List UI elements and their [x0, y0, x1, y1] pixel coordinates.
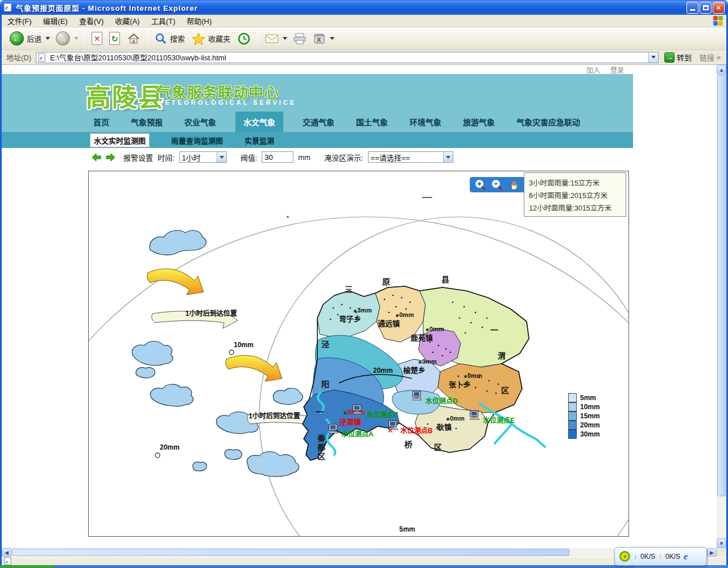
zoom-in-icon[interactable]: [475, 179, 486, 191]
download-speed: 0K/S: [640, 553, 655, 561]
threshold-input[interactable]: [262, 151, 293, 163]
page-ie-icon: e: [38, 53, 47, 62]
flood-demo-label: 淹没区演示:: [324, 152, 363, 163]
antivirus-360-icon[interactable]: +: [619, 551, 630, 562]
district-label-gengzhen: 耿镇: [437, 421, 452, 432]
next-arrow-button[interactable]: [106, 153, 115, 162]
nav-environment[interactable]: 环境气象: [407, 112, 444, 132]
legend-swatch-15mm: [568, 411, 577, 421]
arrival-label-1: 1小时后到达位置: [185, 308, 237, 318]
address-dropdown-button[interactable]: [648, 52, 658, 63]
menu-view[interactable]: 查看(V): [73, 14, 109, 27]
start-button[interactable]: [0, 565, 54, 568]
go-label: 转到: [677, 52, 692, 63]
network-monitor-widget[interactable]: + ↓ 0K/S ↑ 0K/S e: [614, 547, 707, 566]
scroll-left-button[interactable]: ◀: [2, 548, 11, 557]
address-bar: 地址(D) e → 转到 链接 »: [2, 50, 726, 65]
nav-weather-forecast[interactable]: 气象预报: [129, 112, 165, 132]
district-label-luyuan: 鹿苑镇: [411, 332, 433, 343]
back-dropdown-icon[interactable]: [46, 37, 50, 40]
nav-agriculture[interactable]: 农业气象: [182, 112, 218, 132]
stop-button[interactable]: ✕: [88, 30, 106, 47]
neighbor-label-qu-right: 区: [501, 384, 509, 396]
scroll-up-button[interactable]: ▲: [717, 65, 726, 75]
flood-demo-value: ==请选择==: [371, 152, 410, 163]
mail-dropdown-icon[interactable]: [283, 37, 287, 40]
time-select[interactable]: 1小时: [179, 151, 227, 163]
print-button[interactable]: [289, 31, 310, 46]
edit-dropdown-icon[interactable]: [330, 37, 334, 40]
station-e-icon[interactable]: [470, 410, 481, 420]
join-link[interactable]: 加入: [586, 65, 600, 74]
station-d-icon[interactable]: [412, 391, 424, 401]
contour-label-5mm: 5mm: [399, 525, 415, 533]
dash-label-left: 一: [316, 406, 324, 417]
minimize-button[interactable]: [686, 2, 698, 14]
favorites-button[interactable]: 收藏夹: [188, 31, 234, 47]
home-button[interactable]: [123, 30, 144, 47]
forward-dropdown-icon[interactable]: [74, 37, 78, 40]
back-button[interactable]: ← 后退: [6, 30, 45, 47]
nav-disaster-response[interactable]: 气象灾害应急联动: [514, 112, 582, 132]
neighbor-label-qiao: 桥: [404, 438, 412, 450]
nav-tourism[interactable]: 旅游气象: [461, 112, 497, 132]
nav-traffic[interactable]: 交通气象: [300, 112, 337, 132]
nav-hydrology[interactable]: 水文气象: [235, 112, 283, 132]
station-a-label[interactable]: 水位测点A: [341, 429, 374, 438]
search-label: 搜索: [170, 33, 185, 44]
neighbor-label-qu-bottom: 区: [434, 441, 442, 452]
history-button[interactable]: [234, 30, 254, 47]
station-d-label[interactable]: 水位测点D: [425, 396, 458, 405]
maximize-button[interactable]: [700, 2, 712, 14]
svg-text:e: e: [6, 559, 8, 565]
controls-row: 报警设置 时间: 1小时 阀值: mm 淹没区演示: ==请选择==: [2, 148, 715, 166]
tab-live-view[interactable]: 实景监测: [245, 135, 274, 146]
screen: e 气象预报页面原型 - Microsoft Internet Explorer…: [0, 0, 728, 568]
legend-swatch-20mm: [568, 421, 577, 430]
close-button[interactable]: ×: [713, 2, 725, 14]
go-button[interactable]: → 转到: [664, 52, 692, 63]
station-a-icon[interactable]: [329, 424, 340, 434]
scrollbar-corner: [717, 548, 726, 557]
menu-favorites[interactable]: 收藏(A): [109, 14, 145, 27]
flood-demo-select[interactable]: ==请选择==: [368, 151, 453, 163]
menu-edit[interactable]: 编辑(E): [38, 14, 73, 27]
pan-hand-icon[interactable]: [508, 179, 520, 191]
station-e-label[interactable]: 水位测点E: [483, 415, 515, 425]
menu-help[interactable]: 帮助(H): [181, 14, 217, 27]
address-input-box: e: [36, 52, 659, 63]
tab-realtime-monitor-map[interactable]: 水文实时监测图: [90, 133, 150, 147]
station-c-icon[interactable]: [353, 405, 364, 414]
tab-rainfall-query-map[interactable]: 雨量查询监测图: [171, 135, 223, 146]
menu-file[interactable]: 文件(F): [2, 14, 38, 27]
scroll-right-button[interactable]: ▶: [707, 548, 717, 557]
nav-home[interactable]: 首页: [91, 112, 111, 132]
links-area[interactable]: 链接 »: [700, 52, 721, 63]
forward-button[interactable]: →: [52, 30, 73, 47]
horizontal-scrollbar[interactable]: ◀ ▶: [2, 548, 717, 557]
search-button[interactable]: 搜索: [151, 31, 188, 47]
mail-button[interactable]: [262, 32, 282, 46]
station-c-label[interactable]: 水位测点C: [366, 409, 399, 419]
vertical-scroll-thumb[interactable]: [717, 75, 726, 496]
logo-county-text: 高陵县: [86, 77, 164, 114]
time-select-value: 1小时: [182, 152, 201, 163]
menu-tools[interactable]: 工具(T): [146, 14, 181, 27]
prev-arrow-button[interactable]: [92, 153, 101, 162]
minimize-icon: [690, 9, 695, 11]
rainfall-info-box: 3小时面雨量:15立方米 6小时面雨量:2015立方米 12小时面雨量:3015…: [524, 172, 626, 217]
address-url-input[interactable]: [48, 53, 648, 61]
ie-tray-icon[interactable]: e: [684, 551, 688, 562]
hydrology-map[interactable]: 3小时面雨量:15立方米 6小时面雨量:2015立方米 12小时面雨量:3015…: [88, 171, 629, 537]
menu-bar: 文件(F) 编辑(E) 查看(V) 收藏(A) 工具(T) 帮助(H): [2, 15, 726, 27]
edit-button[interactable]: X: [310, 31, 329, 46]
nav-land[interactable]: 国土气象: [354, 112, 390, 132]
station-b-label[interactable]: 水位测点B: [400, 425, 433, 435]
refresh-button[interactable]: ↻: [106, 30, 123, 47]
zoom-out-icon[interactable]: [491, 179, 503, 191]
horizontal-scroll-thumb[interactable]: [12, 549, 569, 556]
login-link[interactable]: 登录: [610, 65, 624, 74]
vertical-scrollbar[interactable]: ▲ ▼: [717, 65, 726, 548]
contour-label-10mm: 10mm: [234, 341, 254, 349]
scroll-down-button[interactable]: ▼: [717, 538, 726, 548]
